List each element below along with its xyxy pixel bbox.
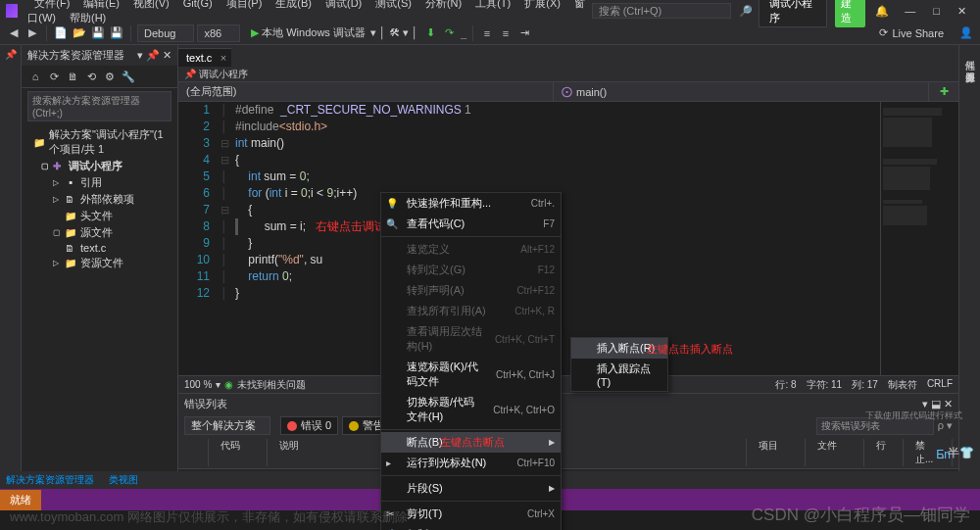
ctx-item[interactable]: 📋复制(Y)Ctrl+C [381,524,561,530]
vs-logo-icon [6,4,18,18]
ctx-item[interactable]: 切换标题/代码文件(H)Ctrl+K, Ctrl+O [381,392,561,427]
startup-project-combo[interactable]: 调试小程序 [759,0,827,27]
main-toolbar: ◀ ▶ 📄 📂 💾 💾 Debug x86 ▶ 本地 Windows 调试器 ▾… [0,22,980,45]
user-badge[interactable]: 建造 [835,0,865,27]
save-icon[interactable]: 💾 [90,25,106,41]
minimize-button[interactable]: — [897,1,923,21]
line-gutter: 123456789101112 [178,102,218,375]
watermark-source: www.toymoban.com 网络图片仅供展示，非存储，如有侵权请联系删除 [10,508,408,526]
home-icon[interactable]: ⌂ [27,69,43,84]
external-deps-node[interactable]: ▷🗎外部依赖项 [25,191,173,208]
project-node[interactable]: ▢✚调试小程序 [25,158,173,174]
ctx-item: 转到声明(A)Ctrl+F12 [381,280,561,301]
annotation-insert-breakpoint: 左键点击插入断点 [647,342,733,357]
explorer-search[interactable]: 搜索解决方案资源管理器(Ctrl+;) [27,91,172,121]
error-col-header[interactable]: 行 [864,439,904,466]
ctx-item[interactable]: 🔍查看代码(C)F7 [381,214,561,234]
show-all-icon[interactable]: 🗎 [65,69,80,84]
sync-icon[interactable]: ⟳ [46,69,62,84]
error-col-header[interactable]: 文件 [806,439,864,466]
error-count-pill[interactable]: 错误 0 [280,416,338,435]
watermark-csdn: CSDN @小白程序员—钿同学 [752,504,970,526]
sources-node[interactable]: ▢📁源文件 [25,224,173,241]
ctx-item[interactable]: ✂剪切(T)Ctrl+X [381,504,561,524]
error-list-panel: 错误列表▾ ⬓ ✕ 整个解决方案 错误 0 警告 0 搜索错误列表 ρ ▾ 代码… [178,393,958,471]
run-button[interactable]: 本地 Windows 调试器 [262,25,366,40]
maximize-button[interactable]: □ [925,1,948,21]
overlay-caption: 下载使用原代码进行样式 [865,410,962,422]
editor-status: 100 % ▾ ◉ 未找到相关问题 行: 8 字符: 11 列: 17 制表符 … [178,375,958,393]
pin-icon[interactable]: 📌 [5,49,17,60]
menu-item[interactable]: 项目(P) [220,0,270,11]
comment-icon[interactable]: ≡ [479,25,495,41]
menu-item[interactable]: 工具(T) [468,0,517,11]
ime-mode: , 半👕 [941,445,974,461]
scope-function[interactable]: ⨀main() [554,82,929,101]
error-scope-combo[interactable]: 整个解决方案 [184,416,270,435]
live-share-button[interactable]: ⟳ Live Share [873,24,950,41]
admin-icon[interactable]: 👤 [958,25,974,41]
pinned-label: 调试小程序 [199,68,248,81]
wrench-icon[interactable]: 🔧 [121,69,136,84]
menu-item[interactable]: 调试(D) [318,0,368,11]
fold-gutter[interactable]: ││⊟⊟││⊟│││││ [218,102,231,375]
indent-icon[interactable]: ⇥ [516,25,532,41]
step-over-icon[interactable]: ↷ [442,25,458,41]
config-combo[interactable]: Debug [137,24,194,42]
menu-item[interactable]: 视图(V) [126,0,176,11]
ctx-item[interactable]: 💡快速操作和重构...Ctrl+. [381,193,561,214]
step-icon[interactable]: ⬇ [423,25,439,41]
resources-node[interactable]: ▷📁资源文件 [25,255,173,271]
explorer-toolbar: ⌂ ⟳ 🗎 ⟲ ⚙ 🔧 [22,66,177,88]
menu-item[interactable]: 帮助(H) [63,10,113,25]
add-icon[interactable]: ✚ [929,82,958,101]
back-icon[interactable]: ◀ [6,25,22,41]
titlebar: 文件(F)编辑(E)视图(V)Git(G)项目(P)生成(B)调试(D)测试(S… [0,0,980,22]
ctx-item[interactable]: 断点(B)左键点击断点▶ [381,432,561,453]
error-col-header[interactable] [184,439,209,466]
error-col-header[interactable]: 项目 [747,439,806,466]
submenu-item[interactable]: 插入跟踪点(T) [571,359,667,391]
ctx-item[interactable]: 速览标题(K)/代码文件Ctrl+K, Ctrl+J [381,357,561,392]
references-node[interactable]: ▷▫️引用 [25,174,173,191]
menu-item[interactable]: 测试(S) [368,0,418,11]
search-input[interactable]: 搜索 (Ctrl+Q) [592,3,731,19]
editor-tabs: text.c [178,45,958,67]
open-icon[interactable]: 📂 [72,25,87,41]
editor-tab[interactable]: text.c [178,48,231,67]
menu-item[interactable]: 扩展(X) [517,0,567,11]
solution-node[interactable]: 📁解决方案"调试小程序"(1 个项目/共 1 [25,126,173,158]
menu-item[interactable]: Git(G) [176,0,220,11]
close-button[interactable]: ✕ [950,1,974,22]
ctx-item: 速览定义Alt+F12 [381,239,561,260]
menu-item[interactable]: 生成(B) [269,0,318,11]
tab-class-view[interactable]: 类视图 [109,474,138,485]
save-all-icon[interactable]: 💾 [109,25,124,41]
forward-icon[interactable]: ▶ [24,25,40,41]
panel-title: 解决方案资源管理器 [27,48,124,63]
solution-explorer: 解决方案资源管理器 ▾ 📌 ✕ ⌂ ⟳ 🗎 ⟲ ⚙ 🔧 搜索解决方案资源管理器(… [22,45,178,471]
properties-tab[interactable]: 属性 [961,49,979,57]
scope-global[interactable]: (全局范围) [178,82,554,101]
pin-icon[interactable]: ▾ 📌 ✕ [137,49,172,61]
ctx-item: 查看调用层次结构(H)Ctrl+K, Ctrl+T [381,321,561,357]
run-icon[interactable]: ▶ [251,26,259,39]
ctx-item: 查找所有引用(A)Ctrl+K, R [381,301,561,321]
new-file-icon[interactable]: 📄 [53,25,69,41]
tab-solution-explorer[interactable]: 解决方案资源管理器 [6,474,94,485]
ctx-item[interactable]: ▸运行到光标处(N)Ctrl+F10 [381,453,561,473]
status-ready: 就绪 [0,490,41,510]
server-tab[interactable]: 服务器资源 [961,61,979,69]
properties-icon[interactable]: ⚙ [102,69,118,84]
headers-node[interactable]: 📁头文件 [25,208,173,224]
platform-combo[interactable]: x86 [197,24,240,42]
right-tool-strip: 属性 服务器资源 [958,45,980,471]
menu-item[interactable]: 分析(N) [418,0,468,11]
minimap[interactable] [880,102,958,375]
ctx-item[interactable]: 片段(S)▶ [381,478,561,499]
error-col-header[interactable]: 代码 [209,439,268,466]
notifications-icon[interactable]: 🔔 [875,5,889,18]
file-node-textc[interactable]: 🗎text.c [25,241,173,255]
uncomment-icon[interactable]: ≡ [498,25,514,41]
refresh-icon[interactable]: ⟲ [83,69,99,84]
